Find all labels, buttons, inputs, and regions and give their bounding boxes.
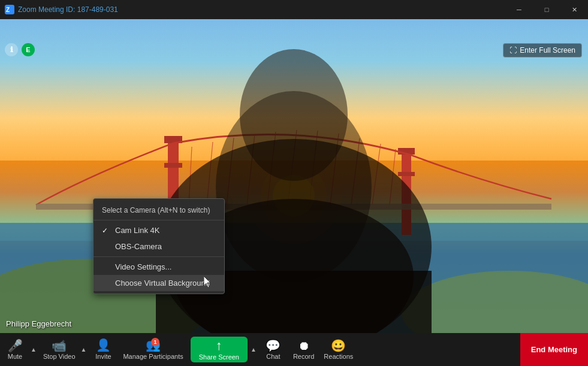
- mute-icon: 🎤: [8, 340, 23, 352]
- title-text: Zoom Meeting ID: 187-489-031: [18, 5, 118, 14]
- camera-label-obs: OBS-Camera: [115, 242, 162, 251]
- participant-avatar: E: [22, 43, 35, 56]
- zoom-logo-icon: Z: [5, 5, 14, 14]
- stop-video-button[interactable]: 📹 Stop Video: [38, 333, 80, 366]
- camera-option-obs[interactable]: OBS-Camera: [94, 238, 224, 255]
- chat-label: Chat: [266, 353, 280, 360]
- invite-icon: 👤: [96, 338, 111, 352]
- svg-rect-8: [164, 163, 182, 168]
- checkmark-icon: ✓: [102, 226, 110, 235]
- menu-separator: [94, 220, 224, 220]
- mute-chevron[interactable]: ▲: [30, 333, 38, 366]
- reactions-label: Reactions: [324, 353, 353, 360]
- manage-participants-label: Manage Participants: [123, 353, 183, 360]
- menu-separator-2: [94, 256, 224, 257]
- invite-label: Invite: [95, 353, 111, 360]
- close-button[interactable]: ✕: [560, 0, 588, 19]
- reactions-button[interactable]: 😀 Reactions: [319, 333, 358, 366]
- participants-icon-wrap: 👥 1: [146, 339, 161, 352]
- share-screen-label: Share Screen: [199, 353, 239, 361]
- maximize-button[interactable]: □: [533, 0, 560, 19]
- share-icon: ↑: [216, 339, 222, 352]
- video-icon: 📹: [52, 340, 67, 352]
- camera-option-cam-link[interactable]: ✓ Cam Link 4K: [94, 222, 224, 238]
- minimize-button[interactable]: ─: [505, 0, 533, 19]
- end-meeting-button[interactable]: End Meeting: [520, 333, 588, 366]
- reactions-icon: 😀: [331, 340, 346, 352]
- stop-video-label: Stop Video: [43, 353, 76, 360]
- toolbar: 🎤 Mute ▲ 📹 Stop Video ▲ 👤 Invite 👥 1 Man…: [0, 333, 588, 366]
- fullscreen-icon: ⛶: [509, 46, 517, 55]
- context-menu-title: Select a Camera (Alt+N to switch): [94, 201, 224, 218]
- title-bar-left: Z Zoom Meeting ID: 187-489-031: [0, 5, 118, 14]
- title-bar: Z Zoom Meeting ID: 187-489-031 ─ □ ✕: [0, 0, 588, 19]
- video-settings-option[interactable]: Video Settings...: [94, 259, 224, 275]
- share-screen-button[interactable]: ↑ Share Screen: [191, 337, 248, 362]
- stop-video-group: 📹 Stop Video ▲: [38, 333, 89, 366]
- record-icon: ⏺: [298, 340, 310, 352]
- title-bar-controls: ─ □ ✕: [505, 0, 588, 19]
- top-info-bar: ℹ E: [5, 43, 35, 56]
- chat-icon: 💬: [266, 340, 281, 352]
- virtual-background-option[interactable]: Choose Virtual Background: [94, 275, 224, 291]
- svg-rect-11: [398, 172, 415, 176]
- record-label: Record: [293, 353, 314, 360]
- mute-button[interactable]: 🎤 Mute: [0, 333, 30, 366]
- manage-participants-button[interactable]: 👥 1 Manage Participants: [118, 333, 188, 366]
- mute-label: Mute: [8, 353, 22, 360]
- virtual-bg-label: Choose Virtual Background: [115, 279, 210, 288]
- fullscreen-button[interactable]: ⛶ Enter Full Screen: [503, 43, 582, 58]
- share-screen-group: ↑ Share Screen ▲: [188, 333, 258, 366]
- record-button[interactable]: ⏺ Record: [288, 333, 319, 366]
- participants-count-badge: 1: [151, 338, 159, 346]
- end-meeting-label: End Meeting: [531, 345, 577, 354]
- video-area: ℹ E ⛶ Enter Full Screen Philipp Eggebrec…: [0, 19, 588, 333]
- participant-name-label: Philipp Eggebrecht: [6, 319, 71, 328]
- camera-label-cam-link: Cam Link 4K: [115, 226, 159, 235]
- fullscreen-label: Enter Full Screen: [520, 46, 575, 55]
- video-chevron[interactable]: ▲: [80, 333, 89, 366]
- bridge-svg: [0, 19, 588, 333]
- mute-group: 🎤 Mute ▲: [0, 333, 38, 366]
- invite-icon-wrap: 👤: [96, 339, 111, 352]
- share-chevron[interactable]: ▲: [250, 333, 258, 366]
- info-icon[interactable]: ℹ: [5, 43, 18, 56]
- invite-button[interactable]: 👤 Invite: [88, 333, 118, 366]
- camera-context-menu: Select a Camera (Alt+N to switch) ✓ Cam …: [93, 198, 225, 294]
- svg-text:Z: Z: [6, 7, 10, 13]
- video-settings-label: Video Settings...: [115, 262, 171, 271]
- chat-button[interactable]: 💬 Chat: [258, 333, 288, 366]
